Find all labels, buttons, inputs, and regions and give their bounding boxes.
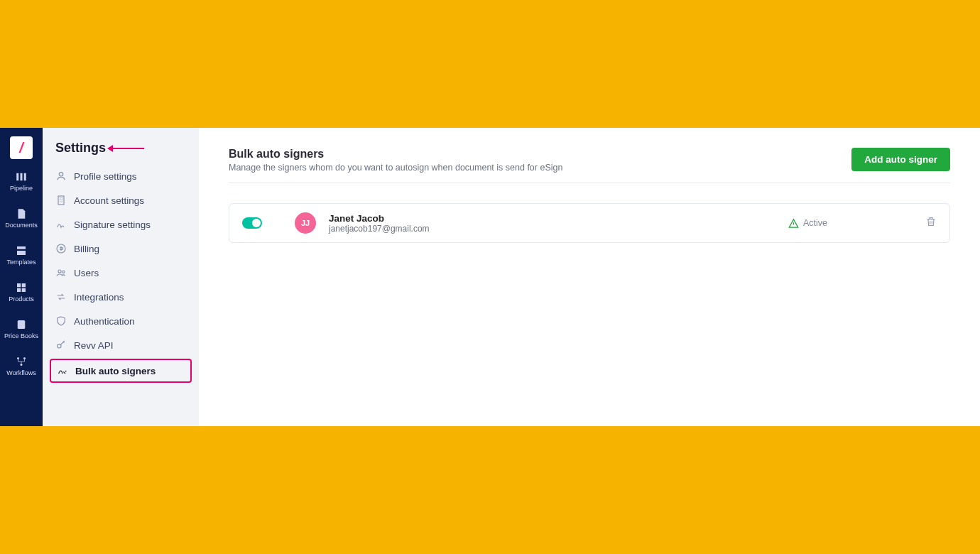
rail-item-documents[interactable]: Documents [0,203,43,233]
trash-icon [925,216,937,227]
rail-item-pipeline[interactable]: Pipeline [0,166,43,196]
settings-menu: Profile settings Account settings Signat… [43,164,199,383]
rail-item-label: Templates [6,259,36,266]
sidebar-title-row: Settings [43,141,199,164]
products-icon [15,281,28,294]
svg-rect-7 [17,288,21,292]
sidebar-item-label: Authentication [74,316,135,327]
sidebar-item-users[interactable]: Users [43,261,199,285]
page-header: Bulk auto signers Manage the signers who… [229,148,950,183]
rail-item-templates[interactable]: Templates [0,240,43,270]
templates-icon [15,244,28,257]
signer-info: Janet Jacob janetjacob197@gmail.com [329,213,430,234]
svg-rect-6 [22,283,26,287]
sidebar-item-label: Bulk auto signers [75,366,156,376]
add-auto-signer-button[interactable]: Add auto signer [851,148,950,171]
settings-sidebar: Settings Profile settings Account settin… [43,128,199,426]
rail-item-label: Pipeline [10,185,33,192]
page-subtitle: Manage the signers whom do you want to a… [229,163,562,173]
svg-point-13 [59,173,62,176]
svg-rect-9 [18,320,26,329]
svg-point-11 [23,357,26,359]
sidebar-item-label: Account settings [74,195,144,206]
arrow-annotation-icon [113,148,144,149]
svg-rect-3 [17,246,26,249]
app-window: / Pipeline Documents Templates Products … [0,128,980,426]
svg-rect-0 [16,173,18,181]
signer-name: Janet Jacob [329,213,430,224]
rail-item-products[interactable]: Products [0,277,43,307]
sidebar-item-label: Profile settings [74,171,137,182]
billing-icon [55,243,67,254]
integrations-icon [55,291,67,303]
page-heading-block: Bulk auto signers Manage the signers who… [229,148,562,173]
sidebar-item-label: Revv API [74,340,114,351]
sidebar-title: Settings [55,141,106,156]
sidebar-item-revv-api[interactable]: Revv API [43,333,199,357]
avatar: JJ [295,212,316,234]
sidebar-item-authentication[interactable]: Authentication [43,309,199,333]
rail-item-label: Products [9,295,34,303]
svg-rect-4 [17,251,26,255]
sidebar-item-label: Integrations [74,292,124,303]
key-icon [55,340,67,351]
main-panel: Bulk auto signers Manage the signers who… [199,128,980,426]
rail-item-workflows[interactable]: Workflows [0,351,43,381]
delete-button[interactable] [925,216,937,230]
rail-item-pricebooks[interactable]: Price Books [0,314,43,344]
users-icon [55,267,67,278]
shield-icon [55,315,67,327]
pricebooks-icon [15,318,28,331]
sidebar-item-account-settings[interactable]: Account settings [43,188,199,212]
app-logo[interactable]: / [10,136,33,159]
signer-email: janetjacob197@gmail.com [329,224,430,234]
pipeline-icon [15,170,28,183]
enable-toggle[interactable] [242,217,262,229]
signer-row: JJ Janet Jacob janetjacob197@gmail.com A… [229,203,950,243]
page-title: Bulk auto signers [229,148,562,161]
sidebar-item-signature-settings[interactable]: Signature settings [43,212,199,237]
documents-icon [15,207,28,220]
workflows-icon [15,355,28,368]
svg-rect-5 [17,283,21,287]
svg-rect-8 [22,288,26,292]
svg-point-17 [62,271,65,273]
sidebar-item-label: Billing [74,244,99,254]
sidebar-item-label: Signature settings [74,219,151,230]
nav-rail: / Pipeline Documents Templates Products … [0,128,43,426]
rail-item-label: Documents [5,222,38,229]
building-icon [55,195,67,206]
warning-triangle-icon [788,218,799,229]
svg-rect-14 [58,196,64,205]
svg-point-18 [58,344,61,348]
svg-rect-2 [24,173,26,181]
signature-icon [55,219,67,230]
user-icon [55,170,67,182]
status-badge: Active [788,218,827,229]
svg-point-12 [21,364,23,366]
svg-point-10 [17,357,19,359]
rail-item-label: Price Books [4,332,38,340]
svg-rect-1 [21,173,23,181]
rail-item-label: Workflows [6,369,36,376]
autosign-icon [57,365,68,376]
sidebar-item-label: Users [74,268,99,278]
sidebar-item-bulk-auto-signers[interactable]: Bulk auto signers [50,359,192,383]
sidebar-item-profile-settings[interactable]: Profile settings [43,164,199,188]
status-text: Active [803,218,827,228]
svg-point-16 [58,270,61,273]
sidebar-item-integrations[interactable]: Integrations [43,285,199,309]
sidebar-item-billing[interactable]: Billing [43,237,199,261]
